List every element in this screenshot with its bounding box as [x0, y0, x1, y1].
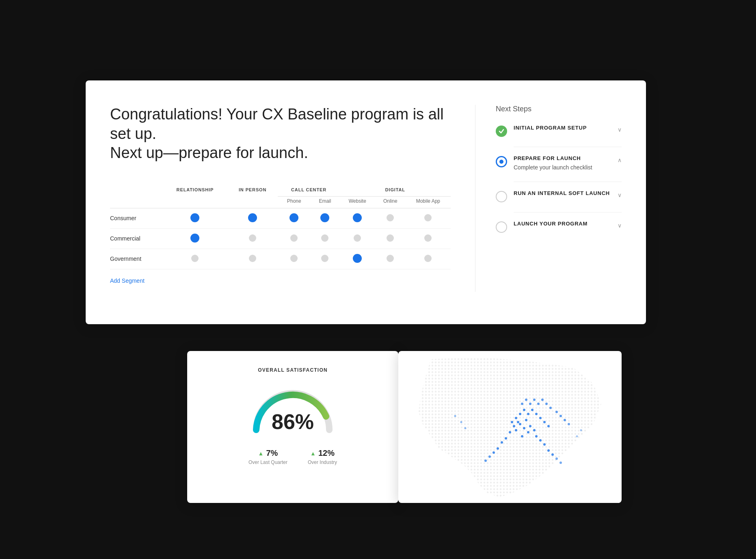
svg-point-29: [515, 417, 517, 419]
svg-point-40: [555, 411, 558, 413]
step-item-soft-launch[interactable]: RUN AN INTERNAL SOFT LAUNCH∨: [496, 190, 622, 202]
col-relationship-header: RELATIONSHIP: [163, 183, 227, 197]
svg-point-43: [568, 423, 570, 425]
right-section: Next Steps INITIAL PROGRAM SETUP∨PREPARE…: [475, 105, 622, 292]
step-sublabel: Complete your launch checklist: [514, 164, 614, 172]
page-headline: Congratulations! Your CX Baseline progra…: [110, 105, 451, 163]
chevron-icon: ∧: [618, 157, 622, 163]
dot-cell: [406, 228, 451, 249]
svg-point-33: [533, 399, 536, 401]
col-sub-inperson: [227, 196, 278, 208]
chevron-icon: ∨: [618, 192, 622, 198]
stat-industry-value: ▲ 12%: [310, 448, 335, 458]
svg-point-3: [523, 427, 525, 429]
dot-cell: [163, 249, 227, 269]
gauge-percent: 86%: [272, 410, 314, 434]
step-item-initial-setup[interactable]: INITIAL PROGRAM SETUP∨: [496, 125, 622, 137]
svg-point-4: [515, 429, 517, 431]
svg-point-32: [537, 403, 540, 405]
svg-point-52: [576, 436, 578, 438]
step-content-launch-program: LAUNCH YOUR PROGRAM: [514, 221, 614, 227]
svg-point-50: [464, 427, 467, 429]
step-label: PREPARE FOR LAUNCH: [514, 155, 614, 161]
step-label: INITIAL PROGRAM SETUP: [514, 125, 614, 131]
dot-cell: [310, 228, 339, 249]
svg-point-47: [559, 462, 562, 464]
dot-cell: [406, 208, 451, 228]
svg-point-25: [523, 409, 525, 411]
svg-point-14: [539, 439, 542, 442]
svg-point-30: [547, 425, 550, 427]
step-item-prepare-launch[interactable]: PREPARE FOR LAUNCHComplete your launch c…: [496, 155, 622, 172]
svg-point-49: [460, 421, 462, 423]
svg-point-37: [545, 403, 548, 405]
stat-last-quarter-value: ▲ 7%: [258, 448, 278, 458]
satisfaction-card: OVERALL SATISFACTION: [187, 351, 398, 503]
svg-point-45: [484, 459, 487, 462]
col-mobileapp: Mobile App: [406, 196, 451, 208]
step-icon-active: [496, 156, 507, 167]
step-divider: [514, 212, 622, 212]
step-label: RUN AN INTERNAL SOFT LAUNCH: [514, 190, 614, 196]
bottom-cards: OVERALL SATISFACTION: [187, 351, 654, 503]
gauge-chart: 86%: [248, 385, 337, 434]
svg-point-28: [543, 421, 546, 423]
chevron-icon: ∨: [618, 222, 622, 229]
dot-cell: [375, 249, 406, 269]
dot-cell: [310, 249, 339, 269]
satisfaction-stats: ▲ 7% Over Last Quarter ▲ 12% Over Indust…: [248, 448, 337, 465]
svg-point-12: [535, 435, 538, 438]
svg-point-51: [580, 429, 582, 431]
svg-point-41: [559, 415, 562, 417]
map-card: [398, 351, 622, 503]
step-divider: [514, 182, 622, 182]
dot-cell: [278, 208, 310, 228]
svg-point-2: [519, 423, 521, 425]
svg-point-48: [454, 415, 456, 417]
svg-point-16: [543, 443, 546, 446]
dot-cell: [227, 208, 278, 228]
dot-cell: [340, 249, 375, 269]
main-card: Congratulations! Your CX Baseline progra…: [86, 80, 646, 324]
dot-cell: [310, 208, 339, 228]
svg-point-22: [527, 413, 529, 415]
col-callcenter-header: CALL CENTER: [278, 183, 339, 197]
col-subempty: [110, 196, 163, 208]
table-row: Commercial: [110, 228, 451, 249]
svg-point-42: [564, 419, 566, 421]
step-icon-complete: [496, 126, 507, 137]
add-segment-link[interactable]: Add Segment: [110, 277, 145, 284]
svg-point-24: [535, 413, 538, 415]
step-icon-inactive: [496, 191, 507, 202]
step-item-launch-program[interactable]: LAUNCH YOUR PROGRAM∨: [496, 221, 622, 233]
svg-point-23: [531, 409, 534, 411]
svg-point-17: [501, 441, 503, 444]
survey-table: RELATIONSHIP IN PERSON CALL CENTER DIGIT…: [110, 183, 451, 269]
col-online: Online: [375, 196, 406, 208]
svg-point-44: [488, 455, 491, 458]
row-label: Government: [110, 249, 163, 269]
svg-point-10: [533, 429, 536, 431]
table-row: Government: [110, 249, 451, 269]
dot-cell: [163, 208, 227, 228]
left-section: Congratulations! Your CX Baseline progra…: [110, 105, 475, 292]
step-icon-inactive: [496, 221, 507, 233]
col-digital-header: DIGITAL: [340, 183, 451, 197]
dot-cell: [340, 208, 375, 228]
col-phone: Phone: [278, 196, 310, 208]
step-label: LAUNCH YOUR PROGRAM: [514, 221, 614, 227]
svg-rect-1: [419, 355, 605, 501]
step-content-prepare-launch: PREPARE FOR LAUNCHComplete your launch c…: [514, 155, 614, 172]
dot-cell: [340, 228, 375, 249]
next-steps-title: Next Steps: [496, 105, 622, 113]
svg-point-39: [549, 407, 552, 409]
step-content-soft-launch: RUN AN INTERNAL SOFT LAUNCH: [514, 190, 614, 196]
svg-point-18: [547, 449, 550, 452]
svg-point-21: [492, 451, 495, 454]
col-website: Website: [340, 196, 375, 208]
dot-cell: [406, 249, 451, 269]
table-row: Consumer: [110, 208, 451, 228]
stat-last-quarter-label: Over Last Quarter: [248, 459, 287, 465]
svg-point-35: [541, 399, 544, 401]
satisfaction-title: OVERALL SATISFACTION: [258, 367, 328, 373]
